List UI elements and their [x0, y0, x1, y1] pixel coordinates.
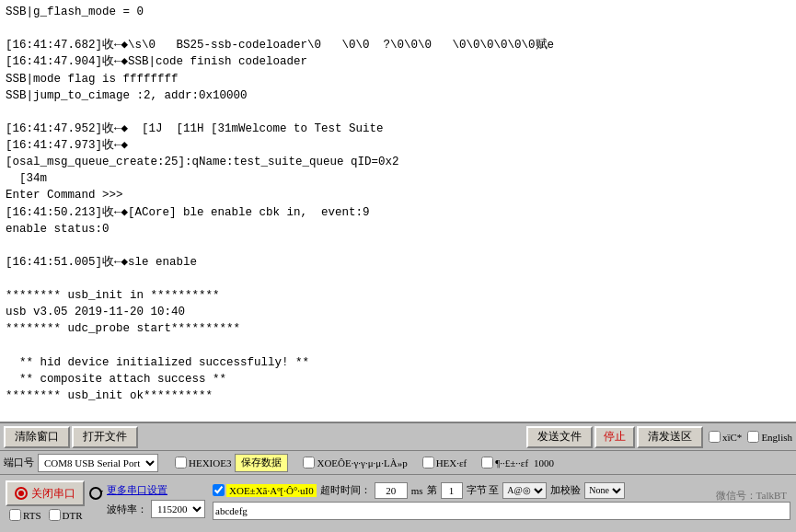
term-line: SSB|mode flag is ffffffff [6, 71, 790, 87]
timeout-input[interactable] [375, 482, 408, 499]
rts-label: RTS [9, 509, 41, 521]
term-line [6, 338, 790, 354]
svg-point-1 [18, 491, 24, 496]
clear-window-button[interactable]: 清除窗口 [4, 426, 70, 448]
terminal-area: SSB|g_flash_mode = 0 [16:41:47.682]收←◆\s… [0, 0, 796, 423]
multi-send-label: XOEÔE·γ·γ·μ·μ·LÀ»p [303, 457, 407, 468]
clear-send-area-button[interactable]: 清发送区 [637, 426, 703, 448]
verify-select[interactable]: None [584, 482, 625, 499]
term-line: ******** udc_probe start********** [6, 320, 790, 337]
term-line: ** composite attach success ** [6, 371, 790, 387]
save-data-button[interactable]: 保存数据 [235, 454, 288, 472]
english-checkbox[interactable] [747, 431, 759, 443]
term-line: ** hid device initialized successfully! … [6, 354, 790, 371]
send-checkbox-label: XOE±Xã·Aº[·Ô°·uI0 [213, 484, 317, 497]
multi-send-checkbox[interactable] [303, 457, 315, 468]
enter-command-line: Enter Command >>> [6, 187, 790, 203]
term-line: ******** usb_init ok********** [6, 387, 790, 404]
display-checkbox[interactable] [481, 457, 493, 468]
send-options-row: XOE±Xã·Aº[·Ô°·uI0 超时时间： ms 第 字节 至 A@◎ 加校… [213, 482, 790, 499]
close-port-icon [15, 487, 28, 500]
main-toolbar: 清除窗口 打开文件 发送文件 停止 清发送区 xïC* English [0, 423, 796, 451]
term-line: [osal_msg_queue_create:25]:qName:test_su… [6, 154, 790, 170]
input-bar: 关闭串口 RTS DTR 更多串口设置 波特率： 1 [0, 475, 796, 526]
refresh-icon[interactable] [88, 486, 103, 501]
term-line: [16:41:47.904]收←◆SSB|code finish codeloa… [6, 53, 790, 70]
page-input[interactable] [441, 482, 463, 499]
svg-marker-2 [99, 491, 103, 493]
dtr-checkbox[interactable] [49, 509, 61, 521]
status-bar: 端口号 COM8 USB Serial Port HEXIOE3 保存数据 XO… [0, 451, 796, 475]
baud-label: 波特率： [107, 503, 147, 516]
term-line [6, 104, 790, 121]
hex-recv-label: HEX·εf [422, 457, 467, 468]
command-input[interactable] [213, 502, 790, 520]
port-select[interactable]: COM8 USB Serial Port [38, 454, 158, 472]
dest-select[interactable]: A@◎ [502, 482, 547, 499]
term-line: usb v3.05 2019-11-20 10:40 [6, 304, 790, 320]
xic-label: xïC* [722, 432, 742, 443]
term-line: [16:41:51.005]收←◆sle enable [6, 254, 790, 271]
send-format-checkbox[interactable] [213, 484, 225, 496]
hex-send-checkbox[interactable] [175, 457, 187, 468]
term-line [6, 20, 790, 37]
send-format-label: XOE±Xã·Aº[·Ô°·uI0 [226, 484, 317, 497]
timeout-label: 超时时间： [320, 483, 371, 497]
open-file-button[interactable]: 打开文件 [72, 426, 138, 448]
port-label: 端口号 [4, 456, 34, 469]
term-line: [16:41:47.952]收←◆ [1J [11H [31mWelcome t… [6, 121, 790, 137]
term-line: SSB|jump_to_cimage :2, addr:0x10000 [6, 87, 790, 104]
term-line: [16:41:47.682]收←◆\s\0 BS25-ssb-codeloade… [6, 37, 790, 53]
xic-checkbox[interactable] [709, 431, 721, 443]
page-label: 第 [427, 483, 437, 497]
term-line: SSB|g_flash_mode = 0 [6, 4, 790, 20]
count-label: 1000 [534, 457, 554, 468]
term-line: [16:41:47.973]收←◆ [6, 137, 790, 154]
dtr-label: DTR [49, 509, 83, 521]
term-line: enable status:0 [6, 221, 790, 237]
display-label: ¶··£±··εf [481, 457, 528, 468]
baud-select[interactable]: 115200 [151, 500, 205, 518]
term-line: [34m [6, 170, 790, 187]
verify-label: 加校验 [550, 483, 581, 497]
term-line [6, 271, 790, 287]
send-file-button[interactable]: 发送文件 [526, 426, 593, 448]
ms-label: ms [411, 485, 423, 496]
more-settings-link[interactable]: 更多串口设置 [107, 483, 167, 497]
rts-checkbox[interactable] [9, 509, 21, 521]
hex-recv-checkbox[interactable] [422, 457, 434, 468]
english-label: English [761, 432, 792, 443]
term-line: ******** usb_init in ********** [6, 287, 790, 304]
close-port-button[interactable]: 关闭串口 [6, 480, 85, 506]
term-line [6, 237, 790, 254]
term-line: [16:41:50.213]收←◆[ACore] ble enable cbk … [6, 204, 790, 221]
byte-label: 字节 至 [467, 483, 500, 497]
term-line [6, 404, 790, 421]
stop-button[interactable]: 停止 [594, 426, 635, 448]
hex-send-label: HEXIOE3 [175, 457, 231, 468]
